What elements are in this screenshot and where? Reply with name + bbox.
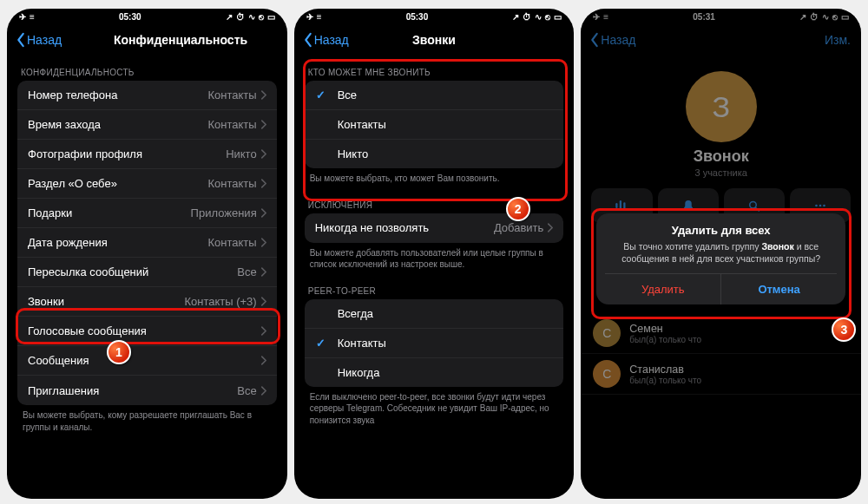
page-title: Звонки — [412, 33, 456, 47]
row-messages[interactable]: Сообщения — [17, 346, 277, 376]
p2p-group: Всегда ✓Контакты Никогда — [305, 299, 564, 387]
row-birthday[interactable]: Дата рожденияКонтакты — [17, 228, 277, 258]
row-forward[interactable]: Пересылка сообщенийВсе — [17, 258, 277, 287]
opt-contacts[interactable]: Контакты — [305, 110, 564, 140]
alert-delete-button[interactable]: Удалить — [605, 274, 721, 304]
section-footer: Вы можете выбрать, кому разрешаете пригл… — [7, 405, 287, 440]
p2p-never[interactable]: Никогда — [305, 358, 564, 387]
status-bar: ✈︎≡ 05:30 ↗⏱∿⎋▭ — [294, 9, 575, 24]
back-button[interactable]: Назад — [303, 32, 349, 48]
row-phone[interactable]: Номер телефонаКонтакты — [17, 81, 277, 110]
row-lastseen[interactable]: Время заходаКонтакты — [17, 110, 277, 140]
p2p-always[interactable]: Всегда — [305, 299, 564, 329]
opt-all[interactable]: ✓Все — [305, 81, 564, 110]
footer-p2p: Если выключено peer-to-peer, все звонки … — [294, 387, 575, 434]
section-exceptions: ИСКЛЮЧЕНИЯ — [294, 192, 575, 213]
section-who-can-call: КТО МОЖЕТ МНЕ ЗВОНИТЬ — [294, 59, 575, 81]
footer-exc: Вы можете добавлять пользователей или це… — [294, 243, 575, 278]
section-p2p: PEER-TO-PEER — [294, 278, 575, 299]
footer-who: Вы можете выбрать, кто может Вам позвони… — [294, 168, 575, 192]
alert-title: Удалить для всех — [605, 224, 837, 237]
step-badge-2: 2 — [506, 197, 530, 221]
screen-privacy: ✈︎≡ 05:30 ↗⏱∿⎋▭ Назад Конфиденциальность… — [7, 9, 287, 499]
p2p-contacts[interactable]: ✓Контакты — [305, 329, 564, 358]
back-button[interactable]: Назад — [16, 32, 62, 48]
alert-cancel-button[interactable]: Отмена — [721, 274, 837, 304]
section-header: КОНФИДЕНЦИАЛЬНОСТЬ — [7, 59, 287, 81]
row-invites[interactable]: ПриглашенияВсе — [17, 376, 277, 405]
row-calls[interactable]: ЗвонкиКонтакты (+3) — [17, 287, 277, 317]
row-voice[interactable]: Голосовые сообщения — [17, 317, 277, 346]
row-photos[interactable]: Фотографии профиляНикто — [17, 140, 277, 169]
page-title: Конфиденциальность — [114, 33, 247, 47]
row-bio[interactable]: Раздел «О себе»Контакты — [17, 169, 277, 199]
opt-nobody[interactable]: Никто — [305, 140, 564, 168]
delete-alert: Удалить для всех Вы точно хотите удалить… — [596, 213, 845, 304]
step-badge-1: 1 — [107, 340, 131, 364]
alert-message: Вы точно хотите удалить группу Звонок и … — [605, 240, 837, 273]
status-bar: ✈︎≡ 05:30 ↗⏱∿⎋▭ — [7, 9, 287, 24]
who-can-call-group: ✓Все Контакты Никто — [305, 81, 564, 168]
privacy-group: Номер телефонаКонтакты Время заходаКонта… — [17, 81, 277, 405]
screen-calls: ✈︎≡ 05:30 ↗⏱∿⎋▭ Назад Звонки КТО МОЖЕТ М… — [294, 9, 575, 499]
row-gifts[interactable]: ПодаркиПриложения — [17, 199, 277, 228]
screen-group-delete: ✈︎≡ 05:31 ↗⏱∿⎋▭ Назад Изм. З Звонок 3 уч… — [581, 9, 861, 499]
